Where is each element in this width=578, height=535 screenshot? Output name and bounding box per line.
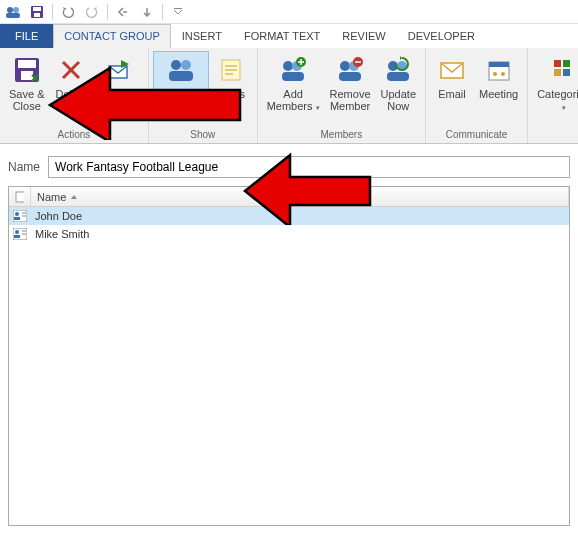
tab-review[interactable]: REVIEW — [331, 24, 396, 48]
tab-file[interactable]: FILE — [0, 24, 53, 48]
remove-member-icon — [334, 54, 366, 86]
next-item-icon[interactable] — [138, 3, 156, 21]
notes-icon — [215, 54, 247, 86]
svg-rect-31 — [489, 62, 509, 67]
contact-group-icon[interactable] — [4, 3, 22, 21]
group-label-members: Members — [258, 127, 425, 143]
ribbon-group-members: Add Members ▾ Remove Member Update Now M… — [258, 48, 426, 143]
ribbon-group-tags: Categorize▾ — [528, 48, 578, 143]
add-members-label: Add Members ▾ — [267, 88, 320, 114]
tab-developer[interactable]: DEVELOPER — [397, 24, 486, 48]
members-icon — [165, 54, 197, 86]
add-members-button[interactable]: Add Members ▾ — [262, 51, 325, 117]
group-label-tags — [528, 138, 578, 143]
meeting-icon — [483, 54, 515, 86]
member-name: Mike Smith — [31, 228, 93, 240]
svg-rect-38 — [16, 192, 24, 202]
svg-point-1 — [13, 7, 19, 13]
separator — [52, 4, 53, 20]
email-icon — [436, 54, 468, 86]
members-button[interactable]: Members — [153, 51, 209, 103]
svg-rect-34 — [554, 60, 561, 67]
svg-rect-36 — [554, 69, 561, 76]
name-label: Name — [8, 160, 40, 174]
quick-access-toolbar — [0, 0, 578, 24]
update-now-icon — [382, 54, 414, 86]
remove-member-label: Remove Member — [330, 88, 371, 112]
svg-rect-46 — [14, 235, 20, 238]
customize-qat-icon[interactable] — [169, 3, 187, 21]
group-label-communicate: Communicate — [426, 127, 527, 143]
svg-point-32 — [493, 72, 497, 76]
forward-group-button[interactable]: Forward Group ▾ — [93, 51, 143, 117]
tab-contact-group[interactable]: CONTACT GROUP — [53, 24, 171, 48]
svg-point-12 — [181, 60, 191, 70]
member-list-header[interactable]: Name — [9, 187, 569, 207]
svg-rect-2 — [6, 13, 20, 18]
svg-rect-28 — [387, 72, 409, 81]
svg-point-18 — [283, 61, 293, 71]
ribbon: Save & Close Delete Group Forward Group … — [0, 48, 578, 144]
email-button[interactable]: Email — [430, 51, 474, 103]
svg-rect-6 — [174, 8, 182, 9]
redo-icon[interactable] — [83, 3, 101, 21]
svg-rect-4 — [33, 7, 41, 11]
save-close-label: Save & Close — [9, 88, 44, 112]
meeting-button[interactable]: Meeting — [474, 51, 523, 103]
update-now-button[interactable]: Update Now — [376, 51, 421, 115]
sort-asc-icon — [70, 193, 78, 201]
notes-label: Notes — [216, 88, 245, 100]
categorize-button[interactable]: Categorize▾ — [532, 51, 578, 117]
email-label: Email — [438, 88, 466, 100]
svg-point-45 — [15, 230, 19, 234]
member-list: Name John Doe Mike Smith — [8, 186, 570, 526]
icon-column-header[interactable] — [9, 187, 31, 206]
svg-rect-24 — [339, 72, 361, 81]
svg-rect-37 — [563, 69, 570, 76]
add-members-icon — [277, 54, 309, 86]
name-column-header[interactable]: Name — [31, 187, 569, 206]
forward-group-label: Forward Group ▾ — [98, 88, 138, 114]
svg-rect-41 — [14, 217, 20, 220]
ribbon-group-show: Members Notes Show — [149, 48, 258, 143]
contact-card-icon — [13, 210, 27, 222]
notes-button[interactable]: Notes — [209, 51, 253, 103]
contact-card-icon — [13, 228, 27, 240]
categorize-icon — [548, 54, 578, 86]
chevron-down-icon: ▾ — [133, 104, 137, 111]
forward-icon — [103, 54, 135, 86]
save-icon[interactable] — [28, 3, 46, 21]
save-close-icon — [11, 54, 43, 86]
svg-rect-13 — [169, 71, 193, 81]
members-label: Members — [158, 88, 204, 100]
ribbon-group-actions: Save & Close Delete Group Forward Group … — [0, 48, 149, 143]
svg-point-22 — [340, 61, 350, 71]
save-close-button[interactable]: Save & Close — [4, 51, 49, 115]
delete-icon — [55, 54, 87, 86]
list-row[interactable]: John Doe — [9, 207, 569, 225]
meeting-label: Meeting — [479, 88, 518, 100]
group-label-show: Show — [149, 127, 257, 143]
update-now-label: Update Now — [381, 88, 416, 112]
ribbon-tabs: FILE CONTACT GROUP INSERT FORMAT TEXT RE… — [0, 24, 578, 48]
delete-group-label: Delete Group — [56, 88, 88, 112]
delete-group-button[interactable]: Delete Group — [49, 51, 93, 115]
member-name: John Doe — [31, 210, 86, 222]
tab-format-text[interactable]: FORMAT TEXT — [233, 24, 331, 48]
group-label-actions: Actions — [0, 127, 148, 143]
svg-rect-8 — [18, 60, 36, 68]
tab-insert[interactable]: INSERT — [171, 24, 233, 48]
undo-icon[interactable] — [59, 3, 77, 21]
remove-member-button[interactable]: Remove Member — [325, 51, 376, 115]
svg-rect-5 — [34, 13, 40, 17]
svg-point-33 — [501, 72, 505, 76]
list-row[interactable]: Mike Smith — [9, 225, 569, 243]
svg-point-40 — [15, 212, 19, 216]
svg-point-0 — [7, 7, 13, 13]
name-field-row: Name — [0, 144, 578, 186]
separator — [162, 4, 163, 20]
separator — [107, 4, 108, 20]
chevron-down-icon: ▾ — [316, 104, 320, 111]
group-name-input[interactable] — [48, 156, 570, 178]
prev-item-icon[interactable] — [114, 3, 132, 21]
